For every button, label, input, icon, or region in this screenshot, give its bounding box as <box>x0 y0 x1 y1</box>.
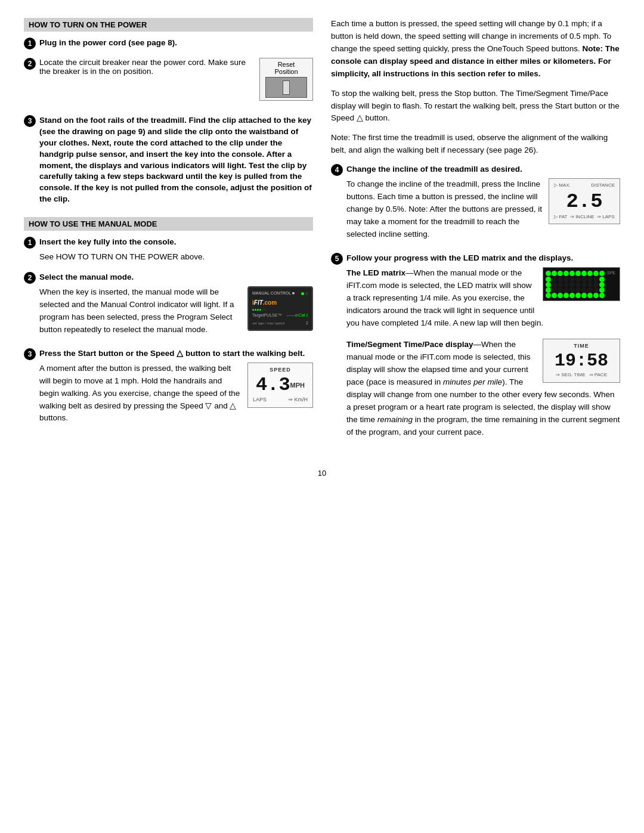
right-step4-bold: Change the incline of the treadmill as d… <box>346 164 522 175</box>
power-step1-text: Plug in the power cord (see page 8). <box>39 38 177 49</box>
right-para-3: Note: The first time the treadmill is us… <box>331 132 620 157</box>
right-step5-num: 5 <box>331 253 343 265</box>
speed-number: 4.3 <box>256 376 290 395</box>
led-matrix-image: SPE <box>543 267 620 301</box>
led-dots-row2 <box>546 277 605 282</box>
target-pulse-value: ——mCal 1 <box>287 312 308 319</box>
manual-control-console: MANUAL CONTROL ■ iFIT.com <box>247 286 313 331</box>
page-layout: HOW TO TURN ON THE POWER 1 Plug in the p… <box>24 18 620 457</box>
console-image: MANUAL CONTROL ■ iFIT.com <box>247 286 313 331</box>
manual-control-label: MANUAL CONTROL ■ <box>252 290 295 297</box>
led-row-4 <box>546 287 617 293</box>
incline-display: ▷ MAX. DISTANCE 2.5 ▷ FAT ⇒ INCLINE ⇒ LA… <box>549 178 620 224</box>
console-bottom-num: 2 <box>306 320 308 327</box>
step-2-num: 2 <box>24 58 36 70</box>
manual-step-2: 2 Select the manual mode. MANUAL CONTROL… <box>24 272 313 340</box>
time-italic1: minutes per mile <box>443 377 502 386</box>
incline-top-left: ▷ MAX. <box>554 182 571 189</box>
target-pulse-label: TargetPULSE™ <box>252 312 281 319</box>
speed-bottom-left: LAPS <box>253 396 267 404</box>
led-dots-row4 <box>546 287 605 293</box>
incline-display-image: ▷ MAX. DISTANCE 2.5 ▷ FAT ⇒ INCLINE ⇒ LA… <box>549 178 620 224</box>
power-step-1: 1 Plug in the power cord (see page 8). <box>24 38 313 49</box>
incline-top: ▷ MAX. DISTANCE <box>554 182 615 189</box>
time-display: TIME 19:58 ⇒ SEG. TIME ⇒ PACE <box>543 339 620 382</box>
power-step2-text: Locate the circuit breaker near the powe… <box>39 58 246 76</box>
reset-position-image: ResetPosition <box>259 58 313 101</box>
manual-step1-num: 1 <box>24 237 36 249</box>
right-para2-text: To stop the walking belt, press the Stop… <box>331 89 620 123</box>
led-subsection: SPE <box>346 267 620 333</box>
led-dots-row3 <box>546 282 605 287</box>
right-step5-body: SPE <box>331 267 620 448</box>
incline-bot3: ⇒ LAPS <box>597 213 615 221</box>
step-1-num: 1 <box>24 38 36 49</box>
led-row-2 <box>546 277 617 282</box>
speed-bottom-right: ⇒ Km/H <box>288 396 308 404</box>
led-title: The LED matrix <box>346 268 405 277</box>
incline-bottom: ▷ FAT ⇒ INCLINE ⇒ LAPS <box>554 213 615 221</box>
led-dots-row5 <box>546 293 605 298</box>
power-step-2: 2 ResetPosition Locate the circuit break… <box>24 58 313 107</box>
speed-unit: MPH <box>290 380 305 391</box>
manual-step1-sub: See HOW TO TURN ON THE POWER above. <box>39 251 313 264</box>
time-subsection: TIME 19:58 ⇒ SEG. TIME ⇒ PACE Time/Segme… <box>346 339 620 442</box>
reset-switch <box>283 80 290 95</box>
speed-display: SPEED 4.3 MPH LAPS ⇒ Km/H <box>247 363 313 408</box>
time-number: 19:58 <box>548 352 615 370</box>
right-para-2: To stop the walking belt, press the Stop… <box>331 88 620 125</box>
console-indicators <box>301 292 308 295</box>
incline-number: 2.5 <box>554 191 615 212</box>
manual-step-3: 3 Press the Start button or the Speed △ … <box>24 348 313 429</box>
led-matrix: SPE <box>543 267 620 301</box>
console-bottom-label: set age / max speed <box>252 321 284 326</box>
time-pace: ⇒ PACE <box>589 371 607 379</box>
reset-label: ResetPosition <box>265 61 308 75</box>
right-column: Each time a button is pressed, the speed… <box>331 18 620 457</box>
manual-step3-bold: Press the Start button or the Speed △ bu… <box>39 348 305 360</box>
speed-label: SPEED <box>253 366 308 374</box>
turn-on-power-heading: HOW TO TURN ON THE POWER <box>24 18 313 32</box>
manual-step1-bold: Insert the key fully into the console. <box>39 237 177 248</box>
power-step3-content: Stand on the foot rails of the treadmill… <box>39 115 313 205</box>
left-column: HOW TO TURN ON THE POWER 1 Plug in the p… <box>24 18 313 457</box>
indicator-2 <box>305 292 308 295</box>
reset-panel <box>265 77 307 98</box>
manual-step2-num: 2 <box>24 272 36 284</box>
right-step-4: 4 Change the incline of the treadmill as… <box>331 164 620 244</box>
incline-bot2: ⇒ INCLINE <box>570 213 595 221</box>
led-row-3 <box>546 282 617 287</box>
time-title-text: Time/Segment Time/ <box>346 340 425 349</box>
power-step-3: 3 Stand on the foot rails of the treadmi… <box>24 115 313 205</box>
time-display-image: TIME 19:58 ⇒ SEG. TIME ⇒ PACE <box>543 339 620 382</box>
right-step4-body: ▷ MAX. DISTANCE 2.5 ▷ FAT ⇒ INCLINE ⇒ LA… <box>331 178 620 244</box>
manual-step-1: 1 Insert the key fully into the console.… <box>24 237 313 264</box>
manual-mode-heading: HOW TO USE THE MANUAL MODE <box>24 217 313 231</box>
page-number: 10 <box>24 469 620 478</box>
time-label: TIME <box>548 342 615 351</box>
indicator-1 <box>301 292 304 295</box>
led-row-1: SPE <box>546 270 617 277</box>
time-bottom: ⇒ SEG. TIME ⇒ PACE <box>548 371 615 379</box>
time-title2-text: Pace display <box>425 340 473 349</box>
speed-bottom: LAPS ⇒ Km/H <box>253 396 308 404</box>
right-para3-text: Note: The first time the treadmill is us… <box>331 133 608 154</box>
manual-mode-section: HOW TO USE THE MANUAL MODE 1 Insert the … <box>24 217 313 428</box>
time-seg: ⇒ SEG. TIME <box>556 371 586 379</box>
incline-top-right: DISTANCE <box>591 182 615 189</box>
right-step4-num: 4 <box>331 164 343 176</box>
time-italic2: remaining <box>377 415 413 424</box>
speed-display-image: SPEED 4.3 MPH LAPS ⇒ Km/H <box>247 363 313 408</box>
incline-bot1: ▷ FAT <box>554 213 567 221</box>
right-para1-text: Each time a button is pressed, the speed… <box>331 19 611 53</box>
step-3-num: 3 <box>24 115 36 127</box>
turn-on-power-section: HOW TO TURN ON THE POWER 1 Plug in the p… <box>24 18 313 205</box>
led-row-5 <box>546 293 617 298</box>
console-dots <box>252 309 266 311</box>
ifit-logo: iFIT.com <box>252 298 277 308</box>
manual-step2-bold: Select the manual mode. <box>39 272 134 283</box>
right-step5-bold: Follow your progress with the LED matrix… <box>346 253 573 264</box>
manual-step3-num: 3 <box>24 348 36 360</box>
led-dots-row1 <box>546 271 605 276</box>
led-spd-label: SPE <box>607 270 615 277</box>
